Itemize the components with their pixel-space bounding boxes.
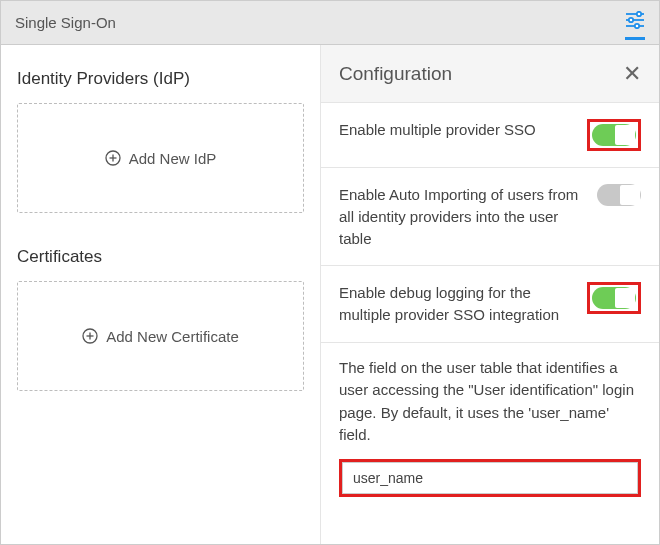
user-field-input-highlight [339,459,641,497]
debug-log-toggle[interactable] [592,287,636,309]
svg-point-1 [637,12,641,16]
idp-section-title: Identity Providers (IdP) [17,69,304,89]
body: Identity Providers (IdP) Add New IdP Cer… [1,45,659,544]
settings-icon[interactable] [625,11,645,40]
add-idp-button[interactable]: Add New IdP [17,103,304,213]
auto-import-label: Enable Auto Importing of users from all … [339,184,587,249]
multi-sso-toggle[interactable] [592,124,636,146]
row-auto-import: Enable Auto Importing of users from all … [321,168,659,266]
config-title: Configuration [339,63,452,85]
page-header: Single Sign-On [1,1,659,45]
debug-log-label: Enable debug logging for the multiple pr… [339,282,577,326]
auto-import-toggle-wrap [597,184,641,206]
multi-sso-label: Enable multiple provider SSO [339,119,577,141]
cert-section-title: Certificates [17,247,304,267]
plus-icon [82,328,98,344]
user-field-desc: The field on the user table that identif… [321,343,659,457]
add-idp-label: Add New IdP [129,150,217,167]
debug-log-toggle-highlight [587,282,641,314]
config-panel: Configuration ✕ Enable multiple provider… [321,45,659,544]
left-panel: Identity Providers (IdP) Add New IdP Cer… [1,45,321,544]
config-header: Configuration ✕ [321,45,659,103]
multi-sso-toggle-highlight [587,119,641,151]
svg-point-5 [635,24,639,28]
plus-icon [105,150,121,166]
auto-import-toggle[interactable] [597,184,641,206]
svg-point-3 [629,18,633,22]
row-multi-sso: Enable multiple provider SSO [321,103,659,168]
user-field-input[interactable] [342,462,638,494]
add-cert-button[interactable]: Add New Certificate [17,281,304,391]
add-cert-label: Add New Certificate [106,328,239,345]
row-debug-log: Enable debug logging for the multiple pr… [321,266,659,343]
page-title: Single Sign-On [15,14,116,31]
close-icon[interactable]: ✕ [623,61,641,87]
